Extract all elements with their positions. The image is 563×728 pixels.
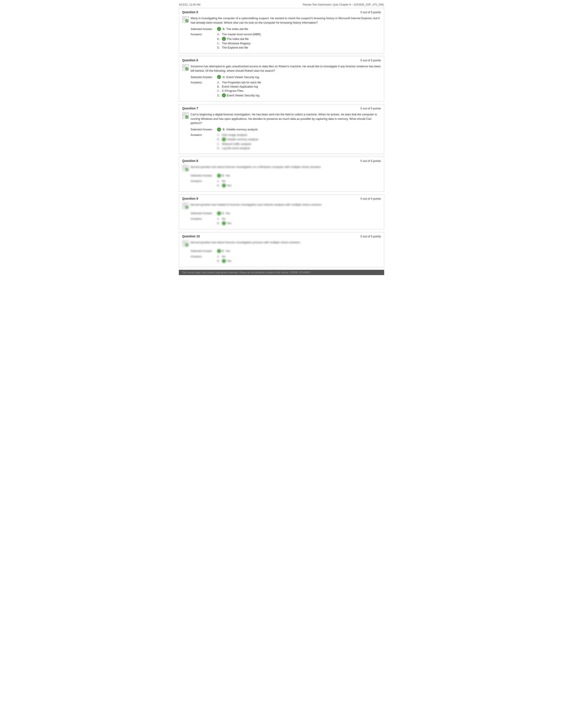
question-block-q7: Question 75 out of 5 points Carl is begi… <box>179 104 384 154</box>
correct-check-icon: ✓ <box>222 184 226 188</box>
answer-text: Yes <box>227 259 231 263</box>
question-text: blurred question text related to forensi… <box>190 203 322 207</box>
question-points: 5 out of 5 points <box>360 11 381 14</box>
correct-check-icon: ✓ <box>217 128 221 131</box>
answer-prefix: A. <box>217 179 222 183</box>
question-text: blurred question text about forensic inv… <box>190 165 321 169</box>
answers-label: Answers: <box>190 217 217 220</box>
footer-bar: This course page may contain copyrighted… <box>179 270 384 275</box>
answer-text: Volatile memory analysis <box>227 138 258 141</box>
answers-section: Answers:A.The master boot record (MBR)B.… <box>182 33 381 50</box>
correct-check-icon: ✓ <box>217 27 221 31</box>
answer-text: Event Viewer Security log <box>227 94 259 97</box>
answer-text: No <box>222 217 226 220</box>
svg-point-17 <box>185 243 188 246</box>
answer-item: B.✓Yes <box>217 259 381 263</box>
answer-prefix: B. <box>217 259 222 263</box>
question-icon <box>182 64 189 71</box>
svg-rect-10 <box>183 166 186 169</box>
selected-prefix: B. <box>222 27 225 31</box>
selected-value: ✓ B. Volatile memory analysis <box>217 128 258 131</box>
answer-text: The index.dat file <box>227 37 248 41</box>
answer-item: A.The Properties tab for each file <box>217 81 381 84</box>
answers-section: Answers:A.Disk image analysisB.✓Volatile… <box>182 133 381 151</box>
answer-prefix: A. <box>217 81 222 84</box>
answers-label: Answers: <box>190 255 217 258</box>
question-block-q5: Question 55 out of 5 points Marty is inv… <box>179 8 384 53</box>
question-points: 5 out of 5 points <box>360 59 381 62</box>
question-icon <box>182 112 189 119</box>
svg-point-14 <box>185 206 188 209</box>
answer-prefix: C. <box>217 142 222 146</box>
answer-item: B.✓Volatile memory analysis <box>217 137 381 141</box>
selected-value: ✓ D. Event Viewer Security log <box>217 75 259 79</box>
selected-value: ✓B. Yes <box>217 174 230 178</box>
selected-text: The index.dat file <box>226 27 248 31</box>
answers-label: Answers: <box>190 133 217 137</box>
answer-prefix: A. <box>217 133 222 137</box>
page-header: 4/13/22, 12:45 AM Review Test Submission… <box>177 2 386 8</box>
svg-rect-4 <box>183 65 186 68</box>
svg-rect-7 <box>183 113 186 116</box>
correct-check-icon: ✓ <box>222 93 226 97</box>
answer-text: No <box>222 179 226 183</box>
correct-check-icon: ✓ <box>222 37 226 41</box>
question-block-q9: Question 95 out of 5 points blurred ques… <box>179 194 384 229</box>
answers-label: Answers: <box>190 179 217 183</box>
selected-label: Selected Answer: <box>190 249 217 253</box>
footer-text: This course page may contain copyrighted… <box>182 271 311 274</box>
selected-label: Selected Answer: <box>190 128 217 131</box>
answer-text: No <box>222 255 226 258</box>
svg-rect-13 <box>183 204 186 206</box>
answer-text: Yes <box>227 184 231 187</box>
svg-rect-9 <box>182 165 188 171</box>
answer-prefix: D. <box>217 146 222 150</box>
answer-item: B.Event Viewer Application log <box>217 85 381 88</box>
answer-text: The Explorer.exe file <box>222 46 248 49</box>
question-icon <box>182 240 189 247</box>
answer-prefix: B. <box>217 85 222 88</box>
selected-prefix: B. <box>222 174 224 177</box>
question-icon <box>182 165 189 171</box>
selected-prefix: B. <box>222 128 225 131</box>
question-text: Someone has attempted to gain unauthoriz… <box>190 64 381 73</box>
blurred-content: blurred question text about forensic inv… <box>182 165 381 188</box>
answer-text: Disk image analysis <box>222 133 247 137</box>
answers-label: Answers: <box>190 33 217 36</box>
question-header: Question 55 out of 5 points <box>182 10 381 14</box>
question-points: 5 out of 5 points <box>360 159 381 163</box>
blurred-content: blurred question text about forensic inv… <box>182 240 381 264</box>
selected-prefix: B. <box>222 249 224 253</box>
answer-item: B.✓The index.dat file <box>217 37 381 41</box>
answer-text: The Windows Registry <box>222 42 250 45</box>
question-text: blurred question text about forensic inv… <box>190 240 300 245</box>
selected-text: Yes <box>225 249 230 253</box>
blurred-content: blurred question text related to forensi… <box>182 203 381 226</box>
question-header: Question 85 out of 5 points <box>182 159 381 163</box>
svg-rect-16 <box>183 241 186 244</box>
answer-text: Yes <box>227 221 231 225</box>
answer-text: Network traffic analysis <box>222 142 251 146</box>
question-points: 5 out of 5 points <box>360 197 381 200</box>
question-header: Question 105 out of 5 points <box>182 235 381 238</box>
answer-prefix: C. <box>217 42 222 45</box>
header-datetime: 4/13/22, 12:45 AM <box>179 3 200 6</box>
question-points: 5 out of 5 points <box>360 235 381 238</box>
answer-text: The master boot record (MBR) <box>222 33 261 36</box>
answer-prefix: B. <box>217 221 222 225</box>
question-header: Question 75 out of 5 points <box>182 107 381 110</box>
answer-item: D.The Explorer.exe file <box>217 46 381 49</box>
answer-prefix: A. <box>217 217 222 220</box>
answers-section: Answers:A.NoB.✓Yes <box>182 217 381 226</box>
answer-item: D.Log file event analysis <box>217 146 381 150</box>
answer-text: C:\Program Files <box>222 89 243 92</box>
answer-prefix: B. <box>217 37 222 41</box>
svg-rect-15 <box>182 240 188 247</box>
answer-item: A.No <box>217 179 381 183</box>
selected-label: Selected Answer: <box>190 75 217 79</box>
correct-check-icon: ✓ <box>222 259 226 263</box>
answers-section: Answers:A.NoB.✓Yes <box>182 255 381 264</box>
answer-item: A.No <box>217 217 381 220</box>
svg-point-11 <box>185 168 188 171</box>
answer-text: The Properties tab for each file <box>222 81 261 84</box>
